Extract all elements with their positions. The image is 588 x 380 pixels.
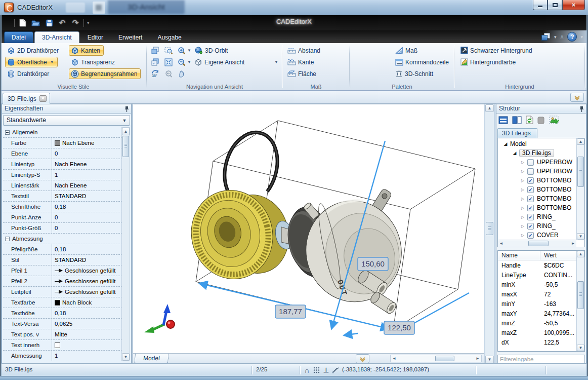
model-tab[interactable]: Model: [134, 354, 169, 363]
maximize-button[interactable]: [548, 0, 562, 10]
tree-item[interactable]: ▷✓RING_: [499, 221, 584, 231]
grid-icon[interactable]: [312, 366, 321, 374]
property-row[interactable]: Pfeil 2Geschlossen gefüllt: [3, 276, 122, 287]
tree-node-file[interactable]: ◢ 3D File.igs: [499, 148, 584, 158]
structure-header[interactable]: Struktur: [496, 104, 586, 113]
scroll-up-icon[interactable]: ▲: [485, 104, 494, 112]
property-value[interactable]: Geschlossen gefüllt: [52, 289, 122, 295]
pan-hand-icon[interactable]: [176, 68, 187, 79]
tree-hscrollbar[interactable]: ◄ ►: [498, 240, 576, 247]
scroll-down-icon[interactable]: ▼: [577, 345, 584, 351]
property-row[interactable]: Punkt-Größ0: [3, 223, 122, 234]
scroll-right-icon[interactable]: ►: [474, 355, 481, 362]
property-value[interactable]: Nach Block: [52, 299, 122, 306]
tab-datei[interactable]: Datei: [4, 31, 33, 43]
filter-input[interactable]: [497, 355, 585, 364]
property-row[interactable]: LinienstärkNach Ebene: [3, 180, 122, 191]
property-value[interactable]: 0,18: [52, 204, 122, 210]
property-row[interactable]: Text pos. vMitte: [3, 329, 122, 340]
expander-icon[interactable]: ▷: [520, 233, 525, 238]
expander-icon[interactable]: ▷: [520, 169, 525, 174]
property-row[interactable]: Texthöhe0,18: [3, 308, 122, 319]
visibility-checkbox[interactable]: ✓: [527, 186, 534, 193]
property-value[interactable]: 0: [52, 225, 122, 231]
visibility-checkbox[interactable]: ✓: [527, 232, 534, 239]
attribute-row[interactable]: minX-50,5: [498, 280, 584, 289]
property-row[interactable]: Text-Versa0,0625: [3, 319, 122, 329]
scroll-up-icon[interactable]: ▲: [577, 251, 584, 257]
split-vertical-icon[interactable]: [512, 116, 522, 126]
help-dropdown-icon[interactable]: ▾: [580, 34, 583, 40]
viewport-canvas[interactable]: OUT 187,77 150,60 122,50: [133, 104, 484, 353]
new-file-icon[interactable]: [18, 18, 28, 28]
accept-changes-icon[interactable]: [549, 116, 559, 126]
column-header-wert[interactable]: Wert: [540, 251, 557, 260]
button-3d-schnitt[interactable]: 3D-Schnitt: [393, 68, 437, 79]
scroll-down-icon[interactable]: ▼: [577, 233, 584, 240]
expander-icon[interactable]: ▷: [520, 178, 525, 183]
close-button[interactable]: ×: [562, 0, 585, 10]
preset-dropdown[interactable]: Standardwerte ▼: [3, 115, 130, 126]
rotate-35-icon[interactable]: 35°: [150, 68, 161, 79]
visibility-checkbox[interactable]: [527, 159, 534, 166]
visibility-checkbox[interactable]: ✓: [527, 214, 534, 220]
attribute-row[interactable]: dX122,5: [498, 337, 584, 347]
tree-item[interactable]: ▷✓BOTTOMBO: [499, 176, 584, 185]
property-value[interactable]: Geschlossen gefüllt: [52, 268, 122, 274]
property-value[interactable]: STANDARD: [52, 257, 122, 263]
pin-icon[interactable]: [124, 106, 129, 113]
properties-scrollbar[interactable]: ▲ ▼: [121, 127, 130, 361]
zoom-in-caret-icon[interactable]: ▼: [187, 48, 191, 53]
property-section[interactable]: Allgemein: [3, 127, 122, 138]
visibility-checkbox[interactable]: ✓: [527, 205, 534, 211]
dropdown-caret-icon[interactable]: ▼: [50, 60, 54, 64]
tree-item[interactable]: ▷UPPERBOW: [499, 167, 584, 176]
scroll-thumb[interactable]: [528, 241, 549, 246]
tab-erweitert[interactable]: Erweitert: [111, 32, 149, 43]
expander-icon[interactable]: ▷: [520, 206, 525, 210]
button-drahtkoerper[interactable]: Drahtkörper: [5, 68, 53, 79]
property-row[interactable]: LeitpfeilGeschlossen gefüllt: [3, 287, 122, 297]
tab-3d-ansicht[interactable]: 3D-Ansicht: [34, 31, 79, 43]
expander-icon[interactable]: ▷: [520, 197, 525, 201]
minimize-button[interactable]: [533, 0, 548, 10]
close-document-icon[interactable]: ✕: [39, 95, 47, 102]
dropdown-caret-icon[interactable]: ▼: [120, 117, 129, 124]
property-value[interactable]: 0,0625: [52, 321, 122, 327]
attributes-header[interactable]: Name Wert: [498, 251, 584, 260]
visibility-checkbox[interactable]: ✓: [527, 177, 534, 184]
collapse-icon[interactable]: [5, 237, 10, 241]
expander-icon[interactable]: ▷: [520, 187, 525, 192]
view-caret-icon[interactable]: ▼: [274, 60, 278, 64]
zoom-previous-icon[interactable]: [163, 68, 174, 79]
property-value[interactable]: Geschlossen gefüllt: [52, 278, 122, 284]
tree-item[interactable]: ▷UPPERBOW: [499, 158, 584, 167]
viewport-chevron[interactable]: [356, 354, 369, 363]
property-value[interactable]: 0: [52, 214, 122, 220]
open-file-icon[interactable]: [31, 18, 41, 28]
zoom-out-caret-icon[interactable]: ▼: [187, 60, 191, 64]
button-eigene-ansicht[interactable]: Eigene Ansicht: [192, 57, 248, 67]
windows-dropdown-icon[interactable]: ▾: [554, 34, 557, 40]
viewport[interactable]: OUT 187,77 150,60 122,50: [133, 104, 484, 364]
collapse-icon[interactable]: [5, 130, 10, 135]
visibility-checkbox[interactable]: ✓: [527, 223, 534, 230]
title-bar[interactable]: CADEditorX 3D-Ansicht ×: [0, 0, 588, 15]
switch-windows-icon[interactable]: [541, 33, 551, 41]
button-schwarzer-hintergrund[interactable]: Schwarzer Hintergrund: [458, 45, 536, 56]
structure-tab[interactable]: 3D File.igs: [497, 128, 537, 138]
visibility-checkbox[interactable]: ✓: [527, 196, 534, 202]
zoom-out-icon[interactable]: [176, 57, 187, 67]
property-value[interactable]: 0: [52, 150, 122, 157]
help-button[interactable]: ?: [567, 32, 577, 42]
viewport-vscrollbar[interactable]: ▲ ▼: [485, 104, 494, 364]
button-flaeche[interactable]: Fläche: [285, 68, 320, 79]
scroll-right-icon[interactable]: ►: [570, 240, 576, 247]
property-value[interactable]: Nach Ebene: [52, 161, 122, 167]
button-transparenz[interactable]: Transparenz: [69, 57, 118, 67]
property-row[interactable]: StilSTANDARD: [3, 255, 122, 265]
button-kommandozeile[interactable]: Kommandozeile: [393, 57, 452, 67]
attribute-row[interactable]: maxZ100,0995...: [498, 328, 584, 337]
tree-item[interactable]: ▷✓BOTTOMBO: [499, 203, 584, 212]
property-value[interactable]: Nach Ebene: [52, 140, 122, 146]
